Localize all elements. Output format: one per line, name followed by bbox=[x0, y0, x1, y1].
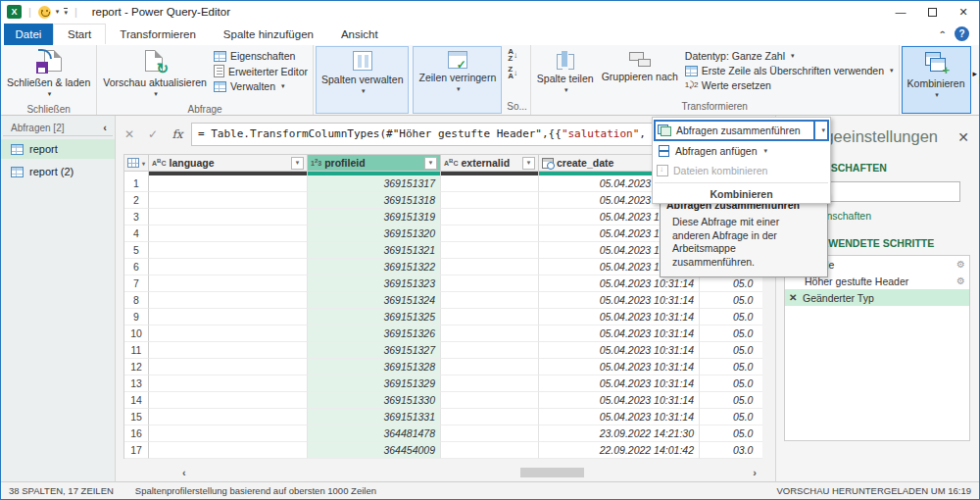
horizontal-scrollbar[interactable]: ‹ › bbox=[182, 466, 757, 479]
cell-create-date[interactable]: 05.04.2023 10:31:14 bbox=[539, 392, 700, 409]
cell-externalid[interactable] bbox=[441, 275, 539, 292]
cell-profileid[interactable]: 369151331 bbox=[308, 409, 441, 425]
row-number[interactable]: 5 bbox=[124, 242, 149, 259]
cell-profileid[interactable]: 369151322 bbox=[308, 259, 441, 275]
cell-profileid[interactable]: 369151319 bbox=[308, 209, 441, 225]
use-first-row-button[interactable]: Erste Zeile als Überschriften verwenden▾ bbox=[683, 64, 896, 77]
ribbon-overflow-arrow[interactable]: ▸ bbox=[972, 69, 977, 78]
cell-language[interactable] bbox=[149, 442, 308, 459]
cell-profileid[interactable]: 369151321 bbox=[308, 242, 441, 259]
split-column-button[interactable]: Spalte teilen▾ bbox=[534, 47, 597, 99]
filter-icon[interactable]: ▼ bbox=[522, 157, 535, 170]
cell-externalid[interactable] bbox=[441, 242, 539, 259]
cell-hidden-column[interactable]: 05.0 bbox=[700, 342, 762, 359]
row-number[interactable]: 13 bbox=[124, 375, 149, 392]
row-number[interactable]: 1 bbox=[124, 175, 149, 192]
row-number[interactable]: 16 bbox=[124, 425, 149, 442]
cell-externalid[interactable] bbox=[441, 175, 539, 192]
tab-ansicht[interactable]: Ansicht bbox=[327, 25, 392, 44]
step-settings-gear-icon[interactable]: ⚙ bbox=[956, 275, 965, 286]
cell-externalid[interactable] bbox=[441, 225, 539, 242]
cell-profileid[interactable]: 369151326 bbox=[308, 325, 441, 342]
query-list-item[interactable]: report (2) bbox=[1, 162, 115, 181]
group-by-button[interactable]: Gruppieren nach bbox=[599, 47, 681, 85]
feedback-smiley-icon[interactable] bbox=[38, 6, 51, 19]
cell-language[interactable] bbox=[149, 325, 308, 342]
tab-start[interactable]: Start bbox=[53, 24, 106, 44]
cell-create-date[interactable]: 05.04.2023 10:31:14 bbox=[539, 359, 700, 375]
cell-profileid[interactable]: 369151327 bbox=[308, 342, 441, 359]
cell-externalid[interactable] bbox=[441, 375, 539, 392]
row-number[interactable]: 12 bbox=[124, 359, 149, 375]
help-icon[interactable]: ? bbox=[955, 26, 969, 41]
cell-create-date[interactable]: 05.04.2023 10:31:14 bbox=[539, 309, 700, 325]
cell-language[interactable] bbox=[149, 225, 308, 242]
cell-language[interactable] bbox=[149, 409, 308, 425]
cell-create-date[interactable]: 05.04.2023 10:31:14 bbox=[539, 342, 700, 359]
step-settings-gear-icon[interactable]: ⚙ bbox=[956, 259, 965, 270]
cell-profileid[interactable]: 369151318 bbox=[308, 192, 441, 209]
cell-hidden-column[interactable]: 05.0 bbox=[700, 425, 762, 442]
collapse-pane-icon[interactable]: ‹ bbox=[103, 122, 107, 133]
cell-hidden-column[interactable]: 05.0 bbox=[700, 325, 762, 342]
row-number[interactable]: 10 bbox=[124, 325, 149, 342]
row-number[interactable]: 14 bbox=[124, 392, 149, 409]
maximize-button[interactable] bbox=[916, 1, 948, 23]
column-header-profileid[interactable]: 123profileid▼ bbox=[308, 155, 441, 172]
cancel-formula-icon[interactable]: ✕ bbox=[119, 127, 140, 141]
chevron-down-icon[interactable]: ▾ bbox=[56, 8, 60, 16]
filter-icon[interactable]: ▼ bbox=[291, 157, 304, 170]
data-type-button[interactable]: Datentyp: Ganze Zahl▾ bbox=[683, 49, 896, 63]
row-number[interactable]: 6 bbox=[124, 259, 149, 275]
cell-externalid[interactable] bbox=[441, 325, 539, 342]
cell-externalid[interactable] bbox=[441, 309, 539, 325]
row-number[interactable]: 3 bbox=[124, 209, 149, 225]
row-number[interactable]: 9 bbox=[124, 309, 149, 325]
applied-step[interactable]: ✕Geänderter Typ bbox=[785, 289, 969, 306]
refresh-preview-button[interactable]: ↻ Vorschau aktualisieren▾ bbox=[100, 47, 210, 103]
menu-item-append-queries[interactable]: Abfragen anfügen ▾ bbox=[653, 141, 830, 161]
cell-externalid[interactable] bbox=[441, 259, 539, 275]
sort-ascending-button[interactable]: AZ↓ bbox=[507, 47, 518, 63]
cell-create-date[interactable]: 05.04.2023 10:31:14 bbox=[539, 409, 700, 425]
row-number[interactable]: 17 bbox=[124, 442, 149, 459]
query-list-item[interactable]: report bbox=[1, 139, 115, 159]
column-header-externalid[interactable]: ABCexternalid▼ bbox=[441, 155, 539, 172]
cell-hidden-column[interactable]: 05.0 bbox=[700, 292, 762, 309]
tab-datei[interactable]: Datei bbox=[4, 24, 53, 45]
cell-externalid[interactable] bbox=[441, 192, 539, 209]
manage-button[interactable]: Verwalten▾ bbox=[212, 79, 310, 93]
cell-language[interactable] bbox=[149, 392, 308, 409]
cell-language[interactable] bbox=[149, 259, 308, 275]
cell-profileid[interactable]: 364481478 bbox=[308, 425, 441, 442]
cell-externalid[interactable] bbox=[441, 409, 539, 425]
cell-language[interactable] bbox=[149, 175, 308, 192]
customize-toolbar-icon[interactable]: ▾ bbox=[64, 8, 68, 16]
cell-profileid[interactable]: 369151329 bbox=[308, 375, 441, 392]
row-number[interactable]: 15 bbox=[124, 409, 149, 425]
cell-create-date[interactable]: 05.04.2023 10:31:14 bbox=[539, 375, 700, 392]
close-pane-icon[interactable]: ✕ bbox=[957, 129, 969, 145]
cell-externalid[interactable] bbox=[441, 442, 539, 459]
cell-externalid[interactable] bbox=[441, 292, 539, 309]
cell-hidden-column[interactable]: 05.0 bbox=[700, 275, 762, 292]
scroll-right-icon[interactable]: › bbox=[753, 466, 757, 479]
cell-hidden-column[interactable]: 05.0 bbox=[700, 359, 762, 375]
manage-columns-button[interactable]: Spalten verwalten▾ bbox=[318, 48, 406, 100]
row-number[interactable]: 11 bbox=[124, 342, 149, 359]
cell-language[interactable] bbox=[149, 375, 308, 392]
row-number[interactable]: 2 bbox=[124, 192, 149, 209]
cell-hidden-column[interactable]: 05.0 bbox=[700, 375, 762, 392]
cell-language[interactable] bbox=[149, 309, 308, 325]
row-number[interactable]: 7 bbox=[124, 275, 149, 292]
cell-language[interactable] bbox=[149, 342, 308, 359]
cell-create-date[interactable]: 05.04.2023 10:31:14 bbox=[539, 275, 700, 292]
cell-language[interactable] bbox=[149, 275, 308, 292]
cell-language[interactable] bbox=[149, 292, 308, 309]
cell-profileid[interactable]: 369151324 bbox=[308, 292, 441, 309]
cell-language[interactable] bbox=[149, 425, 308, 442]
row-number[interactable]: 8 bbox=[124, 292, 149, 309]
combine-button[interactable]: + Kombinieren▾ bbox=[905, 48, 968, 104]
cell-externalid[interactable] bbox=[441, 425, 539, 442]
cell-profileid[interactable]: 369151320 bbox=[308, 225, 441, 242]
